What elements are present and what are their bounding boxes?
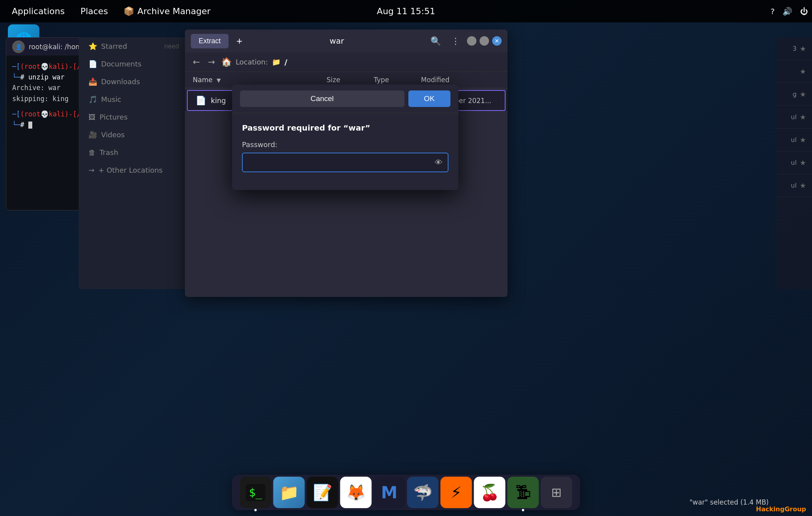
right-item-4: ul ★ xyxy=(777,106,812,129)
star-icon-5[interactable]: ★ xyxy=(800,136,806,144)
right-item-6: ul ★ xyxy=(777,151,812,174)
volume-icon[interactable]: 🔊 xyxy=(782,7,792,16)
right-panel: 3 ★ ★ g ★ ul ★ ul ★ ul ★ ul ★ xyxy=(777,37,812,289)
show-password-icon[interactable]: 👁 xyxy=(435,158,443,167)
right-item-7: ul ★ xyxy=(777,174,812,197)
firefox-taskbar-icon: 🦊 xyxy=(346,483,366,502)
sidebar-item-music[interactable]: 🎵 Music xyxy=(79,90,189,108)
password-input[interactable] xyxy=(242,153,448,172)
back-button[interactable]: ← xyxy=(191,57,202,67)
taskbar: $_ 📁 📝 🦊 M 🦈 ⚡ 🍒 🗜 ⊞ xyxy=(232,475,580,510)
star-icon-2[interactable]: ★ xyxy=(800,67,806,76)
help-icon[interactable]: ? xyxy=(770,7,775,16)
star-icon-1[interactable]: ★ xyxy=(800,44,806,53)
window-controls: ✕ xyxy=(467,36,502,46)
extract-button[interactable]: Extract xyxy=(191,34,229,48)
taskbar-files[interactable]: 📁 xyxy=(273,477,305,508)
trash-icon: 🗑 xyxy=(89,148,96,157)
sidebar-item-starred[interactable]: ⭐ Starred need xyxy=(79,37,189,55)
file-icon-king: 📄 xyxy=(196,96,206,105)
topbar-applications[interactable]: Applications xyxy=(4,6,72,16)
other-locations-icon: → xyxy=(89,166,94,174)
minimize-button[interactable] xyxy=(467,36,476,46)
menu-icon[interactable]: ⋮ xyxy=(448,36,463,46)
column-modified: Modified xyxy=(421,76,500,84)
topbar: Applications Places 📦 Archive Manager Au… xyxy=(0,0,812,22)
password-dialog: Cancel OK Password required for “war” Pa… xyxy=(232,85,458,190)
current-path: / xyxy=(284,57,287,67)
wireshark-taskbar-icon: 🦈 xyxy=(413,483,433,502)
star-icon-4[interactable]: ★ xyxy=(800,113,806,121)
right-item-5: ul ★ xyxy=(777,129,812,151)
topbar-places[interactable]: Places xyxy=(72,6,116,16)
burpsuite-taskbar-icon: ⚡ xyxy=(450,483,461,501)
files-taskbar-icon: 📁 xyxy=(279,483,299,502)
dialog-body: Password required for “war” Password: 👁 xyxy=(232,113,458,190)
archive-taskbar-icon: 🗜 xyxy=(515,483,531,501)
terminal-cursor xyxy=(28,122,32,129)
topbar-icons: ? 🔊 ⏻ xyxy=(770,7,808,16)
power-icon[interactable]: ⏻ xyxy=(800,7,808,16)
star-icon-3[interactable]: ★ xyxy=(800,90,806,98)
ok-button[interactable]: OK xyxy=(408,90,450,107)
archive-navbar: ← → 🏠 Location: 📁 / xyxy=(185,52,507,72)
add-button[interactable]: + xyxy=(233,35,246,47)
terminal-taskbar-icon: $_ xyxy=(246,484,266,501)
sidebar-item-documents[interactable]: 📄 Documents xyxy=(79,55,189,73)
metasploit-taskbar-icon: M xyxy=(381,483,398,502)
folder-icon: 📁 xyxy=(272,58,281,66)
taskbar-apps[interactable]: ⊞ xyxy=(541,477,572,508)
sidebar-item-other-locations[interactable]: → + Other Locations xyxy=(79,161,189,179)
pictures-icon: 🖼 xyxy=(89,113,96,121)
topbar-clock: Aug 11 15:51 xyxy=(377,6,435,16)
documents-icon: 📄 xyxy=(89,60,97,68)
taskbar-wireshark[interactable]: 🦈 xyxy=(407,477,439,508)
taskbar-firefox[interactable]: 🦊 xyxy=(340,477,372,508)
videos-icon: 🎥 xyxy=(89,131,97,139)
dialog-buttons: Cancel OK xyxy=(232,85,458,113)
brand-label: HackingGroup xyxy=(756,505,806,513)
star-icon-7[interactable]: ★ xyxy=(800,181,806,190)
home-button[interactable]: 🏠 xyxy=(221,57,232,67)
sidebar-item-trash[interactable]: 🗑 Trash xyxy=(79,144,189,161)
downloads-icon: 📥 xyxy=(89,77,97,86)
cherry-taskbar-icon: 🍒 xyxy=(480,483,500,502)
right-item-3: g ★ xyxy=(777,83,812,106)
topbar-archive-manager[interactable]: 📦 Archive Manager xyxy=(116,6,218,16)
location-label: Location: xyxy=(236,58,268,66)
archive-manager-icon: 📦 xyxy=(124,6,134,16)
password-input-wrapper: 👁 xyxy=(242,153,448,172)
star-icon-6[interactable]: ★ xyxy=(800,158,806,167)
sidebar-item-pictures[interactable]: 🖼 Pictures xyxy=(79,108,189,126)
apps-taskbar-icon: ⊞ xyxy=(551,485,562,500)
right-item-2: ★ xyxy=(777,60,812,83)
sidebar-item-downloads[interactable]: 📥 Downloads xyxy=(79,73,189,90)
taskbar-cherry[interactable]: 🍒 xyxy=(474,477,506,508)
sort-icon[interactable]: ▼ xyxy=(217,77,221,83)
music-icon: 🎵 xyxy=(89,95,97,103)
close-button[interactable]: ✕ xyxy=(492,36,502,46)
terminal-avatar: 👤 xyxy=(12,41,25,53)
archive-title: war xyxy=(250,36,423,46)
taskbar-burpsuite[interactable]: ⚡ xyxy=(441,477,472,508)
cancel-button[interactable]: Cancel xyxy=(240,90,404,107)
file-sidebar: ⭐ Starred need 📄 Documents 📥 Downloads 🎵… xyxy=(79,37,189,289)
password-label: Password: xyxy=(242,140,448,149)
term-prompt-1: ─[ xyxy=(12,63,20,70)
starred-icon: ⭐ xyxy=(89,42,97,50)
statusbar: HackingGroup xyxy=(750,502,812,516)
right-item-1: 3 ★ xyxy=(777,37,812,60)
forward-button[interactable]: → xyxy=(206,57,217,67)
taskbar-terminal[interactable]: $_ xyxy=(240,477,271,508)
dialog-title: Password required for “war” xyxy=(242,123,448,133)
taskbar-editor[interactable]: 📝 xyxy=(307,477,338,508)
sidebar-item-videos[interactable]: 🎥 Videos xyxy=(79,126,189,144)
archive-manager-titlebar: Extract + war 🔍 ⋮ ✕ xyxy=(185,29,507,52)
taskbar-metasploit[interactable]: M xyxy=(374,477,405,508)
search-icon[interactable]: 🔍 xyxy=(427,36,444,46)
column-type: Type xyxy=(374,76,421,84)
taskbar-archive[interactable]: 🗜 xyxy=(507,477,539,508)
column-size: Size xyxy=(327,76,374,84)
desktop: Applications Places 📦 Archive Manager Au… xyxy=(0,0,812,516)
maximize-button[interactable] xyxy=(480,36,489,46)
